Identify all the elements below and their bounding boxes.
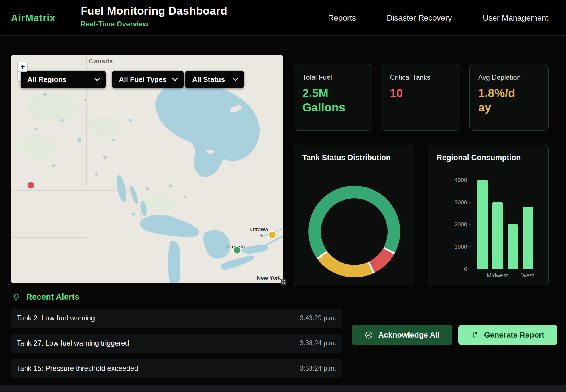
donut-hole [321, 198, 388, 265]
bar-Midwest [492, 202, 503, 269]
y-axis-tick: 2000 [455, 221, 472, 228]
y-axis-tick: 3000 [455, 199, 472, 206]
acknowledge-all-label: Acknowledge All [378, 331, 439, 340]
alert-row[interactable]: Tank 2: Low fuel warning 3:43:29 p.m. [11, 309, 342, 328]
alert-timestamp: 3:33:24 p.m. [300, 365, 336, 372]
regional-consumption-card: Regional Consumption 01000200030004000 M… [428, 145, 549, 285]
stat-label: Critical Tanks [390, 74, 451, 81]
generate-report-button[interactable]: Generate Report [458, 325, 557, 345]
recent-alerts-title: Recent Alerts [26, 292, 79, 302]
x-axis-label: Midwest [492, 272, 502, 279]
acknowledge-all-button[interactable]: Acknowledge All [352, 325, 452, 345]
map-marker-warning[interactable] [268, 231, 276, 238]
region-filter-value: All Regions [27, 75, 67, 84]
y-axis-tick: 0 [464, 266, 471, 272]
nav-disaster-recovery[interactable]: Disaster Recovery [387, 13, 452, 23]
region-filter-select[interactable]: All Regions [21, 71, 106, 88]
fuel-type-filter-value: All Fuel Types [119, 75, 167, 84]
title-block: Fuel Monitoring Dashboard Real-Time Over… [81, 5, 227, 28]
page-subtitle: Real-Time Overview [81, 20, 227, 28]
chevron-down-icon [233, 78, 238, 81]
map-label-new-york: New York [257, 275, 281, 281]
x-axis-label [477, 272, 487, 279]
stat-label: Avg Depletion [478, 74, 540, 81]
generate-report-label: Generate Report [484, 331, 545, 340]
fuel-monitoring-dashboard: AirMatrix Fuel Monitoring Dashboard Real… [0, 0, 566, 392]
alert-message: Tank 15: Pressure threshold exceeded [17, 364, 138, 373]
map-marker-critical[interactable] [27, 181, 34, 189]
stat-card-avg-depletion: Avg Depletion 1.8%/day [469, 64, 549, 131]
brand-logo: AirMatrix [11, 0, 55, 36]
recent-alerts-heading: Recent Alerts [12, 292, 79, 302]
ottawa-city-dot [261, 235, 263, 237]
nav-user-management[interactable]: User Management [483, 13, 548, 23]
nav-reports[interactable]: Reports [328, 13, 356, 23]
regional-consumption-y-axis: 01000200030004000 [428, 180, 471, 269]
main-nav: Reports Disaster Recovery User Managemen… [328, 0, 548, 36]
regional-consumption-title: Regional Consumption [437, 153, 521, 162]
check-circle-icon [365, 331, 373, 339]
stat-card-critical-tanks: Critical Tanks 10 [381, 64, 460, 131]
zoom-in-button[interactable]: + [18, 62, 27, 72]
fuel-type-filter-select[interactable]: All Fuel Types [112, 71, 184, 88]
chevron-down-icon [172, 78, 178, 81]
status-filter-select[interactable]: All Status [185, 71, 244, 88]
bar-series-1 [477, 180, 488, 269]
status-filter-value: All Status [192, 75, 225, 84]
x-axis-label [507, 272, 518, 279]
alert-row[interactable]: Tank 15: Pressure threshold exceeded 3:3… [11, 359, 342, 378]
critical-tanks-value: 10 [390, 86, 451, 100]
tank-status-card: Tank Status Distribution [294, 145, 414, 285]
footer-bar [0, 385, 566, 392]
tank-status-donut [308, 186, 400, 277]
bar-series-3 [508, 224, 518, 269]
document-icon [471, 331, 479, 339]
x-axis-label: West [522, 272, 533, 279]
alert-row[interactable]: Tank 27: Low fuel warning triggered 3:38… [11, 334, 342, 353]
alert-timestamp: 3:38:24 p.m. [300, 339, 336, 347]
stat-card-total-fuel: Total Fuel 2.5M Gallons [294, 64, 372, 131]
stat-label: Total Fuel [302, 74, 363, 81]
map-panel[interactable]: Canada Ottawa Toronto New York + All Reg… [11, 55, 283, 283]
alert-message: Tank 27: Low fuel warning triggered [17, 339, 129, 347]
y-axis-tick: 4000 [455, 177, 472, 183]
page-title: Fuel Monitoring Dashboard [81, 5, 227, 17]
alert-timestamp: 3:43:29 p.m. [300, 314, 336, 322]
bell-icon [12, 293, 21, 301]
resize-handle-icon[interactable] [281, 279, 286, 285]
regional-consumption-x-labels: MidwestWest [477, 272, 533, 279]
tank-status-title: Tank Status Distribution [302, 153, 391, 162]
bar-West [523, 207, 533, 269]
map-marker-normal[interactable] [233, 246, 241, 254]
alert-message: Tank 2: Low fuel warning [17, 314, 95, 322]
total-fuel-value: 2.5M Gallons [302, 86, 363, 115]
map-label-ottawa: Ottawa [250, 226, 268, 232]
app-header: AirMatrix Fuel Monitoring Dashboard Real… [0, 0, 566, 36]
regional-consumption-bars [474, 180, 535, 269]
map-label-canada: Canada [89, 58, 113, 64]
y-axis-tick: 1000 [455, 244, 472, 250]
tank-map[interactable]: Canada Ottawa Toronto New York [11, 55, 283, 283]
chevron-down-icon [94, 78, 100, 81]
avg-depletion-value: 1.8%/day [478, 86, 515, 115]
